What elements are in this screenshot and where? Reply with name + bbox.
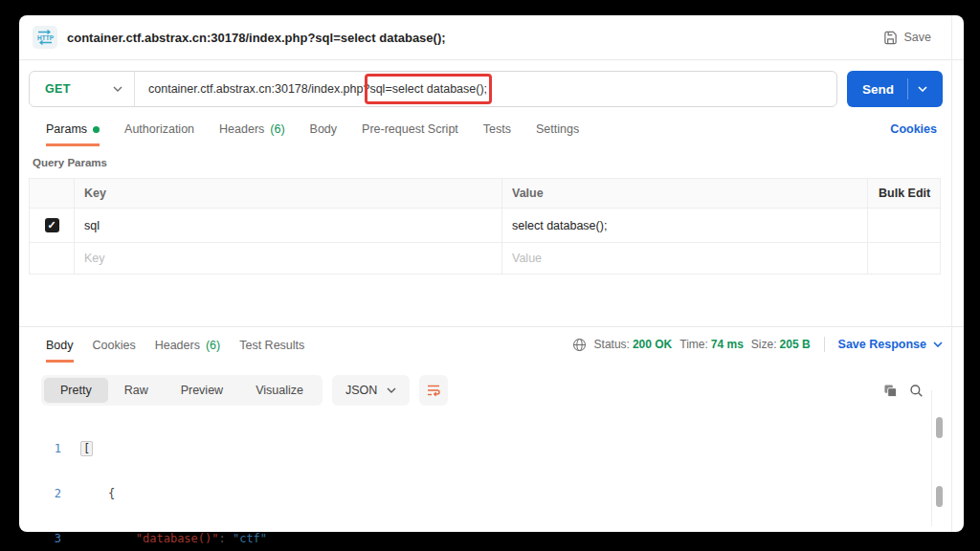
open-brace-token: { xyxy=(108,487,115,500)
params-active-dot-icon xyxy=(93,126,100,133)
send-chevron-down-icon xyxy=(918,86,927,92)
chevron-down-icon xyxy=(113,86,122,92)
status-badge: Status:200 OK xyxy=(594,338,673,351)
code-line: 3 "database()": "ctf" xyxy=(19,530,925,548)
save-icon xyxy=(883,31,898,45)
open-bracket-token: [ xyxy=(80,441,93,456)
tab-authorization[interactable]: Authorization xyxy=(124,122,194,143)
save-response-button[interactable]: Save Response xyxy=(838,338,943,351)
tab-prerequest-label: Pre-request Script xyxy=(362,122,458,136)
size-label: Size: xyxy=(751,338,777,351)
save-response-label: Save Response xyxy=(838,338,926,351)
send-split-divider xyxy=(907,78,908,99)
save-label: Save xyxy=(904,31,932,44)
url-highlighted-annotation: sql=select database(); xyxy=(369,82,487,96)
http-request-icon: HTTP xyxy=(33,26,57,49)
line-number: 2 xyxy=(19,485,61,503)
url-input[interactable]: container.ctf.abstrax.cn:30178/index.php… xyxy=(135,82,487,96)
param-key-placeholder[interactable]: Key xyxy=(75,252,501,265)
status-label: Status: xyxy=(594,338,630,351)
tab-params-label: Params xyxy=(46,122,87,136)
search-response-button[interactable] xyxy=(909,384,924,398)
response-tab-cookies-label: Cookies xyxy=(93,339,136,352)
format-select-value: JSON xyxy=(345,384,377,397)
wrap-line-button[interactable] xyxy=(419,375,448,406)
view-pretty-button[interactable]: Pretty xyxy=(44,378,108,403)
save-button[interactable]: Save xyxy=(883,31,932,45)
tab-headers[interactable]: Headers (6) xyxy=(219,122,285,143)
request-bar: GET container.ctf.abstrax.cn:30178/index… xyxy=(29,71,954,107)
response-tab-headers-count: (6) xyxy=(206,339,220,352)
url-box: GET container.ctf.abstrax.cn:30178/index… xyxy=(29,71,837,107)
view-preview-button[interactable]: Preview xyxy=(165,378,239,403)
response-tab-cookies[interactable]: Cookies xyxy=(93,339,136,360)
response-tab-body[interactable]: Body xyxy=(46,339,74,363)
app-window: HTTP container.ctf.abstrax.cn:30178/inde… xyxy=(19,15,964,532)
format-chevron-down-icon xyxy=(387,387,396,393)
copy-icon xyxy=(883,384,898,398)
column-header-key: Key xyxy=(75,187,501,200)
response-tabs: Body Cookies Headers (6) Test Results St… xyxy=(46,339,943,365)
param-enabled-checkbox[interactable]: ✓ xyxy=(45,218,59,232)
table-row-empty: Key Value xyxy=(29,243,941,275)
colon-token: : xyxy=(218,532,232,545)
response-body-viewer: 1 [ 2 { 3 "database()": "ctf" 4 } 5 ] xyxy=(19,413,925,551)
param-key-cell[interactable]: sql xyxy=(75,219,501,232)
window-scrollbar-track xyxy=(951,15,952,532)
response-divider xyxy=(19,326,964,327)
query-params-header-row: Key Value Bulk Edit xyxy=(29,178,941,209)
bulk-edit-button[interactable]: Bulk Edit xyxy=(879,187,930,200)
meta-divider xyxy=(824,337,825,352)
line-number: 3 xyxy=(19,530,61,548)
scrollbar-thumb[interactable] xyxy=(936,486,943,507)
param-value-cell[interactable]: select database(); xyxy=(501,209,867,242)
tab-params[interactable]: Params xyxy=(46,122,100,146)
response-tab-test-results[interactable]: Test Results xyxy=(239,339,304,360)
size-badge: Size:205 B xyxy=(751,338,811,351)
json-key-token: "database()" xyxy=(136,532,219,545)
copy-response-button[interactable] xyxy=(883,384,898,398)
json-value-token: "ctf" xyxy=(233,532,267,545)
response-tab-headers[interactable]: Headers (6) xyxy=(155,339,221,360)
cookies-link[interactable]: Cookies xyxy=(890,122,937,136)
header-checkbox-cell xyxy=(30,179,75,208)
line-number: 1 xyxy=(19,440,61,458)
tab-tests-label: Tests xyxy=(483,122,511,136)
time-label: Time: xyxy=(679,338,708,351)
response-scrollbar-track xyxy=(931,390,932,526)
scrollbar-thumb[interactable] xyxy=(936,417,943,438)
view-raw-button[interactable]: Raw xyxy=(108,378,165,403)
status-value: 200 OK xyxy=(633,338,672,351)
wrap-line-icon xyxy=(426,383,441,398)
response-tab-tests-label: Test Results xyxy=(239,339,304,352)
tab-tests[interactable]: Tests xyxy=(483,122,511,143)
view-visualize-button[interactable]: Visualize xyxy=(239,378,320,403)
time-badge: Time:74 ms xyxy=(679,338,744,351)
tab-settings-label: Settings xyxy=(536,122,579,136)
view-mode-segment: Pretty Raw Preview Visualize xyxy=(41,375,323,406)
size-value: 205 B xyxy=(780,338,811,351)
method-label: GET xyxy=(45,82,71,96)
code-line: 2 { xyxy=(19,485,925,503)
query-params-title: Query Params xyxy=(33,157,107,168)
svg-text:HTTP: HTTP xyxy=(37,34,55,41)
save-response-chevron-down-icon xyxy=(933,342,943,347)
method-selector[interactable]: GET xyxy=(30,72,135,106)
request-title: container.ctf.abstrax.cn:30178/index.php… xyxy=(67,31,446,45)
format-select[interactable]: JSON xyxy=(332,375,410,406)
request-header: HTTP container.ctf.abstrax.cn:30178/inde… xyxy=(19,15,964,60)
tab-body[interactable]: Body xyxy=(310,122,338,143)
tab-body-label: Body xyxy=(310,122,338,136)
request-tabs: Params Authorization Headers (6) Body Pr… xyxy=(46,122,937,151)
response-tab-body-label: Body xyxy=(46,339,74,352)
url-text: container.ctf.abstrax.cn:30178/index.php… xyxy=(148,82,369,96)
tab-prerequest-script[interactable]: Pre-request Script xyxy=(362,122,458,143)
column-header-value: Value xyxy=(501,179,867,208)
table-row: ✓ sql select database(); xyxy=(29,209,941,243)
query-params-table: Key Value Bulk Edit ✓ sql select databas… xyxy=(29,178,941,275)
tab-settings[interactable]: Settings xyxy=(536,122,579,143)
response-tab-headers-label: Headers xyxy=(155,339,200,352)
tab-headers-count: (6) xyxy=(270,122,284,136)
send-button[interactable]: Send xyxy=(847,71,943,107)
param-value-placeholder[interactable]: Value xyxy=(501,243,867,274)
